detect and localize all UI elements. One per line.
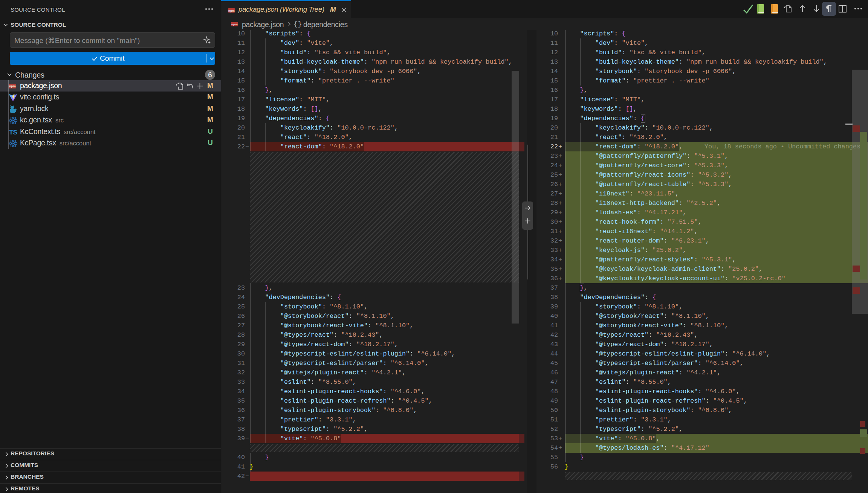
svg-text:npm: npm — [231, 23, 238, 26]
svg-text:TS: TS — [9, 129, 17, 136]
svg-text:npm: npm — [228, 9, 235, 12]
svg-text:npm: npm — [9, 84, 16, 88]
